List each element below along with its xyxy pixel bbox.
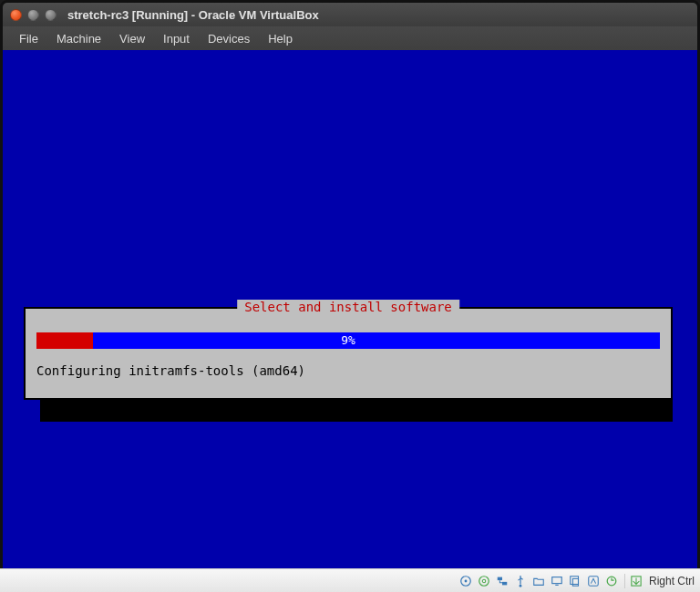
svg-point-2 xyxy=(479,576,489,586)
menu-help[interactable]: Help xyxy=(259,28,302,49)
menubar: File Machine View Input Devices Help xyxy=(3,26,697,50)
progress-bar: 9% xyxy=(36,332,660,349)
minimize-icon[interactable] xyxy=(27,9,39,21)
usb-icon[interactable] xyxy=(513,574,528,588)
menu-devices[interactable]: Devices xyxy=(199,28,259,49)
svg-rect-7 xyxy=(552,577,562,583)
host-key-label: Right Ctrl xyxy=(649,575,695,587)
titlebar: stretch-rc3 [Running] - Oracle VM Virtua… xyxy=(3,3,697,26)
menu-input[interactable]: Input xyxy=(154,28,199,49)
statusbar: Right Ctrl xyxy=(0,568,700,592)
maximize-icon[interactable] xyxy=(45,9,57,21)
window-title: stretch-rc3 [Running] - Oracle VM Virtua… xyxy=(67,8,319,22)
svg-point-1 xyxy=(465,579,468,582)
vm-guest-screen[interactable]: Select and install software 9% Configuri… xyxy=(3,50,697,568)
hard-disk-icon[interactable] xyxy=(458,574,473,588)
display-icon[interactable] xyxy=(550,574,564,588)
statusbar-separator xyxy=(624,574,625,588)
shared-folders-icon[interactable] xyxy=(531,574,546,588)
install-dialog-title: Select and install software xyxy=(237,300,459,314)
svg-point-3 xyxy=(482,579,486,583)
virtualization-icon[interactable] xyxy=(586,574,601,588)
install-status-text: Configuring initramfs-tools (amd64) xyxy=(36,363,660,378)
recording-icon[interactable] xyxy=(568,574,582,588)
mouse-integration-icon[interactable] xyxy=(604,574,619,588)
network-icon[interactable] xyxy=(495,574,510,588)
close-icon[interactable] xyxy=(10,9,22,21)
progress-percent: 9% xyxy=(36,332,660,349)
install-dialog: Select and install software 9% Configuri… xyxy=(24,307,673,400)
svg-rect-9 xyxy=(572,578,578,586)
menu-machine[interactable]: Machine xyxy=(47,28,110,49)
svg-point-6 xyxy=(520,584,522,587)
menu-view[interactable]: View xyxy=(110,28,154,49)
host-key-icon[interactable] xyxy=(631,576,642,587)
optical-drive-icon[interactable] xyxy=(477,574,491,588)
svg-rect-4 xyxy=(498,577,502,580)
menu-file[interactable]: File xyxy=(10,28,47,49)
svg-rect-8 xyxy=(571,576,579,584)
